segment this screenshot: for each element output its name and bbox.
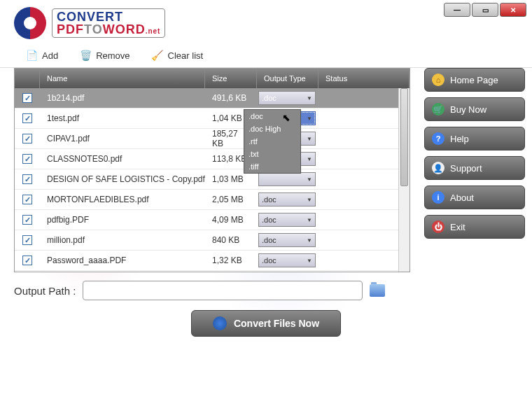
maximize-button[interactable]: ▭: [472, 3, 498, 17]
help-label: Help: [450, 134, 469, 144]
add-label: Add: [42, 50, 58, 61]
row-size: 1,32 KB: [205, 255, 257, 265]
row-name: CLASSNOTES0.pdf: [40, 154, 205, 164]
dropdown-option[interactable]: .tiff: [244, 160, 300, 173]
home-label: Home Page: [450, 75, 498, 85]
support-icon: 👤: [432, 162, 444, 174]
row-size: 1,03 MB: [205, 174, 257, 184]
row-checkbox[interactable]: [22, 93, 32, 103]
buy-now-button[interactable]: 🛒Buy Now: [424, 97, 525, 121]
support-label: Support: [450, 163, 482, 174]
help-icon: ?: [432, 132, 444, 145]
convert-button[interactable]: Convert Files Now: [191, 310, 341, 337]
output-type-combo[interactable]: .doc: [258, 213, 316, 227]
home-page-button[interactable]: ⌂Home Page: [424, 68, 525, 92]
output-type-combo[interactable]: .doc: [258, 192, 316, 206]
row-size: 491,6 KB: [205, 93, 257, 103]
header-status[interactable]: Status: [318, 69, 410, 88]
row-name: Password_aaaa.PDF: [40, 255, 205, 265]
about-button[interactable]: iAbout: [424, 186, 525, 209]
row-name: million.pdf: [40, 235, 205, 245]
row-name: 1b214.pdf: [40, 93, 205, 103]
cart-icon: 🛒: [432, 103, 444, 115]
dropdown-option[interactable]: .doc High: [244, 122, 300, 135]
clear-button[interactable]: 🧹 Clear list: [151, 49, 204, 62]
row-name: 1test.pdf: [40, 113, 205, 123]
about-label: About: [450, 192, 474, 203]
close-button[interactable]: ✕: [500, 3, 526, 17]
row-size: 2,05 MB: [205, 195, 257, 204]
header-check[interactable]: [15, 69, 40, 88]
add-button[interactable]: 📄 Add: [25, 49, 58, 62]
file-table: Name Size Output Type Status 1b214.pdf49…: [14, 68, 410, 272]
row-name: CIPAV1.pdf: [40, 134, 205, 144]
convert-label: Convert Files Now: [234, 318, 319, 329]
table-row[interactable]: CLASSNOTES0.pdf113,8 KB: [15, 149, 410, 169]
output-type-combo[interactable]: [258, 172, 316, 186]
row-checkbox[interactable]: [22, 113, 32, 123]
remove-icon: 🗑️: [79, 49, 92, 62]
table-row[interactable]: DESIGN OF SAFE LOGISTICS - Copy.pdf1,03 …: [15, 169, 410, 190]
table-row[interactable]: million.pdf840 KB.doc: [15, 230, 410, 251]
row-checkbox[interactable]: [22, 134, 32, 144]
table-row[interactable]: CIPAV1.pdf185,27 KB: [15, 129, 410, 149]
buy-label: Buy Now: [450, 104, 486, 115]
logo-text-1: CONVERT: [57, 10, 123, 24]
row-name: pdfbig.PDF: [40, 215, 205, 225]
header-output-type[interactable]: Output Type: [257, 69, 318, 88]
remove-label: Remove: [96, 50, 130, 61]
minimize-button[interactable]: —: [444, 3, 470, 17]
exit-icon: ⏻: [432, 220, 444, 233]
scrollbar[interactable]: [398, 88, 410, 272]
home-icon: ⌂: [432, 74, 444, 86]
add-icon: 📄: [25, 49, 38, 62]
table-row[interactable]: Password_aaaa.PDF1,32 KB.doc: [15, 251, 410, 271]
output-path-label: Output Path :: [14, 285, 76, 297]
row-checkbox[interactable]: [22, 154, 32, 164]
output-type-combo[interactable]: .doc: [258, 233, 316, 247]
scrollbar-thumb[interactable]: [400, 88, 408, 186]
row-name: MORTONFLAEDIBLES.pdf: [40, 195, 205, 204]
row-checkbox[interactable]: [22, 195, 32, 204]
table-row[interactable]: 1b214.pdf491,6 KB.doc: [15, 88, 410, 108]
row-size: 840 KB: [205, 235, 257, 245]
output-type-combo[interactable]: .doc: [258, 253, 316, 267]
logo-text-2a: PDF: [57, 22, 84, 36]
header-name[interactable]: Name: [40, 69, 205, 88]
output-type-combo[interactable]: .doc: [258, 91, 316, 105]
table-row[interactable]: 1test.pdf1,04 KB.doc: [15, 108, 410, 129]
output-path-input[interactable]: [83, 281, 363, 300]
table-row[interactable]: MORTONFLAEDIBLES.pdf2,05 MB.doc: [15, 190, 410, 210]
dropdown-option[interactable]: .rtf: [244, 135, 300, 148]
help-button[interactable]: ?Help: [424, 127, 525, 150]
clear-label: Clear list: [168, 50, 204, 61]
header-size[interactable]: Size: [205, 69, 257, 88]
support-button[interactable]: 👤Support: [424, 156, 525, 180]
clear-icon: 🧹: [151, 49, 164, 62]
exit-label: Exit: [450, 222, 465, 232]
remove-button[interactable]: 🗑️ Remove: [79, 49, 130, 62]
logo-text-2c: WORD: [103, 22, 146, 36]
logo-suffix: .net: [146, 27, 161, 35]
row-checkbox[interactable]: [22, 215, 32, 225]
dropdown-option[interactable]: .doc: [244, 110, 300, 122]
output-type-dropdown[interactable]: .doc.doc High.rtf.txt.tiff: [244, 109, 301, 174]
row-checkbox[interactable]: [22, 255, 32, 265]
logo-icon: [14, 7, 46, 39]
logo-text-2b: TO: [84, 22, 103, 36]
exit-button[interactable]: ⏻Exit: [424, 215, 525, 239]
row-size: 4,09 MB: [205, 215, 257, 225]
info-icon: i: [432, 191, 444, 204]
dropdown-option[interactable]: .txt: [244, 148, 300, 160]
row-checkbox[interactable]: [22, 174, 32, 184]
gear-icon: [213, 316, 227, 330]
browse-folder-button[interactable]: [370, 284, 385, 297]
table-row[interactable]: pdfbig.PDF4,09 MB.doc: [15, 210, 410, 230]
row-checkbox[interactable]: [22, 235, 32, 245]
row-name: DESIGN OF SAFE LOGISTICS - Copy.pdf: [40, 174, 205, 184]
